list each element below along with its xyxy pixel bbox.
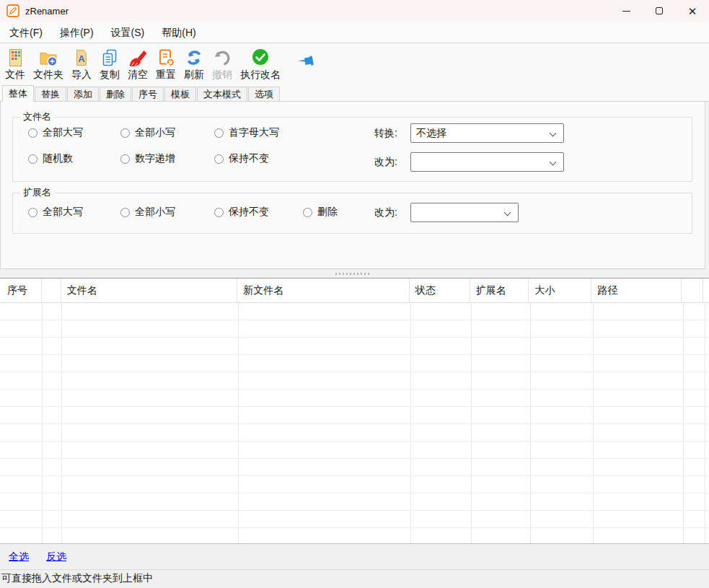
- close-icon: ✕: [688, 6, 697, 17]
- radio-name-random[interactable]: 随机数: [28, 152, 73, 165]
- radio-ext-lowercase-label: 全部小写: [135, 206, 175, 219]
- refresh-icon: [184, 48, 204, 68]
- column-header-path[interactable]: 路径: [591, 278, 682, 302]
- radio-name-capitalize-label: 首字母大写: [229, 126, 279, 139]
- clear-brush-icon: [128, 48, 148, 68]
- tab-replace[interactable]: 替换: [35, 87, 66, 101]
- radio-ext-lowercase[interactable]: 全部小写: [120, 206, 175, 219]
- folder-add-icon: [38, 48, 58, 68]
- name-changeto-label: 改为:: [374, 152, 397, 172]
- maximize-button[interactable]: [643, 0, 676, 22]
- column-header-status[interactable]: 状态: [410, 278, 470, 302]
- window-title: zRenamer: [25, 6, 69, 17]
- convert-select-value: 不选择: [416, 127, 446, 139]
- window-controls: ✕: [609, 0, 709, 22]
- radio-name-increment-label: 数字递增: [135, 152, 175, 165]
- undo-button-label: 撤销: [212, 68, 232, 81]
- reset-button[interactable]: 重置: [153, 48, 179, 81]
- options-panel-zone: 文件名 全部大写 全部小写 首字母大写 随机数 数字递增 保持不变 转换: 不选…: [0, 102, 709, 269]
- convert-select[interactable]: 不选择: [410, 123, 564, 143]
- execute-check-icon: [250, 48, 270, 68]
- pin-toggle[interactable]: [297, 53, 317, 71]
- radio-ext-uppercase[interactable]: 全部大写: [28, 206, 83, 219]
- column-header-index[interactable]: 序号: [0, 278, 42, 302]
- radio-ext-keep[interactable]: 保持不变: [214, 206, 269, 219]
- name-changeto-combo[interactable]: [410, 152, 564, 172]
- file-button[interactable]: 文件: [2, 48, 28, 81]
- ext-changeto-combo[interactable]: [410, 203, 519, 222]
- refresh-button[interactable]: 刷新: [181, 48, 207, 81]
- tab-overall[interactable]: 整体: [2, 85, 34, 102]
- radio-circle-icon: [120, 128, 130, 138]
- menu-bar: 文件(F) 操作(P) 设置(S) 帮助(H): [0, 22, 709, 43]
- close-button[interactable]: ✕: [676, 0, 709, 22]
- chevron-down-icon: [504, 209, 511, 216]
- tab-delete[interactable]: 删除: [100, 87, 131, 101]
- splitter-grip-icon: [335, 273, 370, 275]
- execute-rename-button[interactable]: 执行改名: [237, 48, 283, 81]
- tab-template[interactable]: 模板: [164, 87, 196, 101]
- radio-name-lowercase[interactable]: 全部小写: [120, 126, 175, 139]
- radio-name-random-label: 随机数: [43, 152, 73, 165]
- folder-button[interactable]: 文件夹: [30, 48, 66, 81]
- undo-button[interactable]: 撤销: [209, 48, 235, 81]
- menu-file[interactable]: 文件(F): [1, 23, 51, 42]
- undo-icon: [212, 48, 232, 68]
- column-header-newfilename[interactable]: 新文件名: [237, 278, 409, 302]
- radio-name-uppercase[interactable]: 全部大写: [28, 126, 83, 139]
- radio-ext-delete-label: 删除: [317, 206, 338, 219]
- filename-groupbox: 文件名 全部大写 全部小写 首字母大写 随机数 数字递增 保持不变: [12, 117, 692, 182]
- clear-button-label: 清空: [128, 68, 148, 81]
- copy-button[interactable]: 复制: [97, 48, 123, 81]
- menu-settings[interactable]: 设置(S): [102, 23, 154, 42]
- tab-add[interactable]: 添加: [67, 87, 99, 101]
- chevron-down-icon: [550, 130, 557, 137]
- radio-name-keep-label: 保持不变: [229, 152, 269, 165]
- radio-circle-icon: [28, 208, 38, 217]
- radio-ext-keep-label: 保持不变: [229, 206, 269, 219]
- file-table: 序号 文件名 新文件名 状态 扩展名 大小 路径: [0, 278, 709, 543]
- clear-button[interactable]: 清空: [125, 48, 151, 81]
- radio-name-capitalize[interactable]: 首字母大写: [214, 126, 279, 139]
- extension-groupbox: 扩展名 全部大写 全部小写 保持不变 删除: [12, 193, 692, 234]
- selection-footer: 全选 反选: [0, 543, 709, 569]
- folder-button-label: 文件夹: [33, 68, 63, 81]
- select-all-link[interactable]: 全选: [9, 550, 29, 563]
- copy-button-label: 复制: [100, 68, 120, 81]
- tab-number[interactable]: 序号: [132, 87, 164, 101]
- overall-tab-panel: 文件名 全部大写 全部小写 首字母大写 随机数 数字递增 保持不变 转换: 不选…: [0, 102, 705, 269]
- reset-button-label: 重置: [156, 68, 176, 81]
- tab-strip: 整体 替换 添加 删除 序号 模板 文本模式 选项: [0, 86, 709, 102]
- menu-help[interactable]: 帮助(H): [153, 23, 204, 42]
- reset-doc-icon: [156, 48, 176, 68]
- column-header-extension[interactable]: 扩展名: [470, 278, 529, 302]
- column-header-check[interactable]: [42, 278, 61, 302]
- horizontal-splitter[interactable]: [0, 269, 709, 278]
- invert-selection-link[interactable]: 反选: [46, 550, 66, 563]
- svg-text:A: A: [78, 53, 85, 64]
- column-header-spacer: [682, 278, 703, 302]
- refresh-button-label: 刷新: [184, 68, 204, 81]
- radio-circle-icon: [214, 128, 224, 138]
- tab-options[interactable]: 选项: [248, 87, 280, 101]
- radio-circle-icon: [120, 154, 130, 164]
- tab-text-mode[interactable]: 文本模式: [197, 87, 247, 101]
- filename-group-title: 文件名: [20, 111, 54, 123]
- column-header-filename[interactable]: 文件名: [61, 278, 237, 302]
- table-body-empty[interactable]: [0, 303, 709, 543]
- radio-circle-icon: [28, 128, 38, 138]
- radio-name-keep[interactable]: 保持不变: [214, 152, 269, 165]
- menu-operate[interactable]: 操作(P): [51, 23, 102, 42]
- minimize-button[interactable]: [609, 0, 643, 22]
- radio-ext-delete[interactable]: 删除: [303, 206, 338, 219]
- minimize-icon: [622, 11, 630, 12]
- radio-circle-icon: [214, 154, 224, 164]
- file-grid-icon: [5, 48, 25, 68]
- chevron-down-icon: [550, 159, 557, 166]
- column-header-size[interactable]: 大小: [529, 278, 591, 302]
- radio-name-increment[interactable]: 数字递增: [120, 152, 175, 165]
- import-button[interactable]: A 导入: [69, 48, 94, 81]
- pin-icon: [297, 59, 317, 71]
- folder-import-icon: A: [71, 48, 92, 68]
- table-header-row: 序号 文件名 新文件名 状态 扩展名 大小 路径: [0, 278, 709, 303]
